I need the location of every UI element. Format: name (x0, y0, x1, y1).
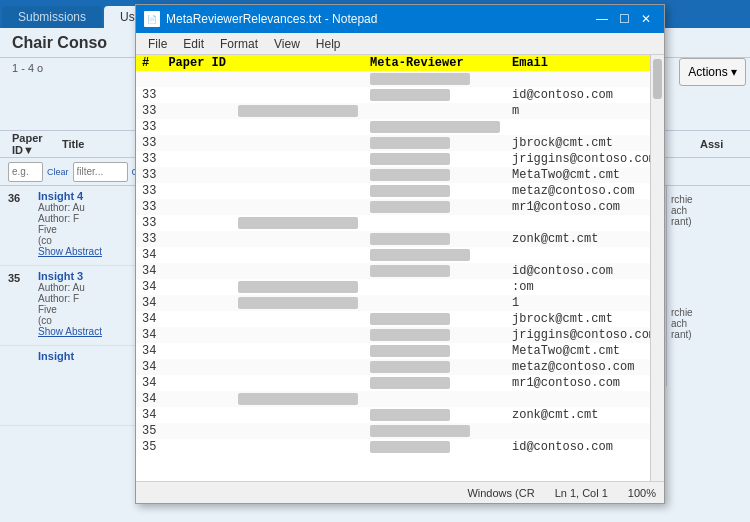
cell-spacer (232, 295, 364, 311)
table-row: 33 mr1@contoso.com 0.17 (136, 199, 664, 215)
notepad-content[interactable]: # Paper ID Meta-Reviewer Email Relevance (136, 55, 664, 481)
table-row: 33 MetaTwo@cmt.cmt 0.17 (136, 167, 664, 183)
cell-paperid (162, 183, 232, 199)
clear-paperid[interactable]: Clear (47, 167, 69, 177)
data-table: # Paper ID Meta-Reviewer Email Relevance (136, 55, 664, 455)
table-row: 33 jriggins@contoso.com 0.16 (136, 151, 664, 167)
cell-email: mr1@contoso.com (506, 199, 662, 215)
menu-format[interactable]: Format (212, 35, 266, 53)
minimize-button[interactable]: — (592, 9, 612, 29)
cell-num (136, 71, 162, 87)
cell-email: id@contoso.com (506, 263, 662, 279)
cell-spacer (232, 215, 364, 231)
cell-num: 33 (136, 231, 162, 247)
status-cursor-position: Ln 1, Col 1 (555, 487, 608, 499)
cell-paperid (162, 119, 232, 135)
cell-meta-reviewer (364, 199, 506, 215)
cell-email: id@contoso.com (506, 87, 662, 103)
cell-num: 34 (136, 295, 162, 311)
menu-file[interactable]: File (140, 35, 175, 53)
cell-meta-reviewer (364, 327, 506, 343)
scrollbar-thumb[interactable] (653, 59, 662, 99)
cell-num: 34 (136, 279, 162, 295)
cell-num: 34 (136, 375, 162, 391)
cell-num: 33 (136, 215, 162, 231)
cell-meta-reviewer (364, 119, 506, 135)
cell-meta-reviewer (364, 263, 506, 279)
cell-email (506, 247, 662, 263)
cell-paperid (162, 391, 232, 407)
col-header-paper-id: Paper ID▼ (8, 132, 58, 156)
menu-edit[interactable]: Edit (175, 35, 212, 53)
col-spacer1 (232, 55, 364, 71)
table-row: 33 id@contoso.com 0.89 (136, 87, 664, 103)
table-row: 34 1 0.85 (136, 295, 664, 311)
cell-spacer (232, 423, 364, 439)
paper-id-cell: 35 (8, 270, 38, 284)
cell-meta-reviewer (364, 407, 506, 423)
reviewer-entry: rant) (671, 329, 742, 340)
cell-meta-reviewer (364, 215, 506, 231)
notepad-app-icon: 📄 (144, 11, 160, 27)
cell-meta-reviewer (364, 183, 506, 199)
vertical-scrollbar[interactable] (650, 55, 664, 481)
cell-num: 34 (136, 311, 162, 327)
table-row: 34 0.16 (136, 391, 664, 407)
cell-email: zonk@cmt.cmt (506, 407, 662, 423)
table-row: 34 0.85 (136, 247, 664, 263)
filter-paperid[interactable] (8, 162, 43, 182)
tab-submissions[interactable]: Submissions (2, 6, 102, 28)
col-header-title: Title (58, 138, 138, 150)
reviewers-area: rchie ach rant) rchie ach rant) (666, 186, 746, 386)
cell-num: 33 (136, 103, 162, 119)
cell-meta-reviewer (364, 103, 506, 119)
cell-num: 34 (136, 263, 162, 279)
close-button[interactable]: ✕ (636, 9, 656, 29)
cell-meta-reviewer (364, 439, 506, 455)
table-row: 34 metaz@contoso.com 0 (136, 359, 664, 375)
cell-email (506, 391, 662, 407)
cell-spacer (232, 231, 364, 247)
menu-view[interactable]: View (266, 35, 308, 53)
cell-meta-reviewer (364, 167, 506, 183)
cell-paperid (162, 407, 232, 423)
cell-spacer (232, 119, 364, 135)
cell-paperid (162, 87, 232, 103)
cell-paperid (162, 423, 232, 439)
cell-email: jbrock@cmt.cmt (506, 135, 662, 151)
cell-meta-reviewer (364, 247, 506, 263)
cell-paperid (162, 167, 232, 183)
table-row: 34 id@contoso.com 0.89 (136, 263, 664, 279)
cell-num: 33 (136, 151, 162, 167)
cell-spacer (232, 247, 364, 263)
filter-title[interactable] (73, 162, 128, 182)
table-row: 35 0.04 (136, 423, 664, 439)
cell-paperid (162, 247, 232, 263)
cell-meta-reviewer (364, 359, 506, 375)
maximize-button[interactable]: ☐ (614, 9, 634, 29)
cell-spacer (232, 343, 364, 359)
cell-meta-reviewer (364, 231, 506, 247)
cell-paperid (162, 231, 232, 247)
cell-spacer (232, 135, 364, 151)
cell-num: 34 (136, 327, 162, 343)
table-row: 33 0.16 (136, 215, 664, 231)
cell-spacer (232, 391, 364, 407)
cell-meta-reviewer (364, 71, 506, 87)
cell-paperid (162, 359, 232, 375)
menu-help[interactable]: Help (308, 35, 349, 53)
cell-num: 34 (136, 343, 162, 359)
cell-paperid (162, 343, 232, 359)
status-zoom: 100% (628, 487, 656, 499)
cell-num: 34 (136, 247, 162, 263)
notepad-window: 📄 MetaReviewerRelevances.txt - Notepad —… (135, 4, 665, 504)
window-controls: — ☐ ✕ (592, 9, 656, 29)
cell-paperid (162, 199, 232, 215)
reviewer-entry: ach (671, 205, 742, 216)
cell-spacer (232, 263, 364, 279)
actions-button[interactable]: Actions ▾ (679, 58, 746, 86)
cell-num: 33 (136, 183, 162, 199)
cell-spacer (232, 167, 364, 183)
cell-spacer (232, 327, 364, 343)
paper-id-cell (8, 350, 38, 352)
